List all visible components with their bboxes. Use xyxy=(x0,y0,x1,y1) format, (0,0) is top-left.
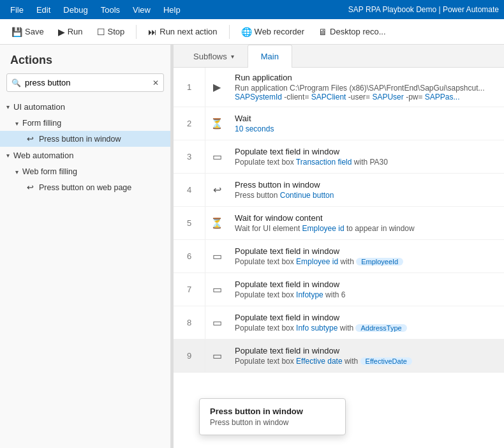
category-header-web-automation[interactable]: ▾ Web automation xyxy=(0,147,170,164)
search-icon: 🔍 xyxy=(11,78,21,87)
step-content-3: Populate text field in window Populate t… xyxy=(228,140,504,173)
subcategory-header-form-filling[interactable]: ▾ Form filling xyxy=(0,116,170,131)
step-number-9: 9 xyxy=(174,340,205,372)
menu-view[interactable]: View xyxy=(128,3,156,17)
step-number-1: 1 xyxy=(174,68,205,107)
step-number-7: 7 xyxy=(174,273,205,306)
chevron-web-form-filling: ▾ xyxy=(15,168,19,175)
menu-tools[interactable]: Tools xyxy=(96,3,125,17)
step-title-7: Populate text field in window xyxy=(235,280,498,289)
menu-bar: File Edit Debug Tools View Help SAP RPA … xyxy=(0,0,504,19)
step-title-1: Run application xyxy=(235,73,498,82)
run-icon: ▶ xyxy=(58,27,65,37)
search-input[interactable] xyxy=(6,73,164,92)
step-desc-3: Populate text box Transaction field with… xyxy=(235,158,498,167)
step-content-2: Wait 10 seconds xyxy=(228,107,504,140)
subcategory-header-web-form-filling[interactable]: ▾ Web form filling xyxy=(0,164,170,179)
tab-subflows-chevron: ▾ xyxy=(231,53,234,60)
category-ui-automation: ▾ UI automation ▾ Form filling ↩ Press b… xyxy=(0,98,170,147)
tooltip-title: Press button in window xyxy=(210,407,335,416)
action-press-button-on-web-page[interactable]: ↩ Press button on web page xyxy=(0,179,170,195)
step-icon-4: ↩ xyxy=(205,174,228,206)
step-title-8: Populate text field in window xyxy=(235,313,498,322)
toolbar-separator-2 xyxy=(229,25,230,39)
action-press-button-in-window[interactable]: ↩ Press button in window xyxy=(0,131,170,147)
step-content-7: Populate text field in window Populate t… xyxy=(228,273,504,306)
run-button[interactable]: ▶ Run xyxy=(53,24,88,40)
step-row-4[interactable]: 4 ↩ Press button in window Press button … xyxy=(174,174,504,207)
sidebar: Actions 🔍 ✕ ▾ UI automation ▾ Form filli… xyxy=(0,45,171,448)
chevron-web-automation: ▾ xyxy=(6,152,10,159)
step-icon-7: ▭ xyxy=(205,273,228,306)
menu-file[interactable]: File xyxy=(5,3,29,17)
step-row-8[interactable]: 8 ▭ Populate text field in window Popula… xyxy=(174,306,504,340)
tooltip-desc: Press button in window xyxy=(210,418,335,427)
tab-subflows-label: Subflows xyxy=(193,52,227,61)
category-label-web-automation: Web automation xyxy=(13,151,73,160)
tab-subflows[interactable]: Subflows ▾ xyxy=(180,45,248,68)
floating-tooltip: Press button in window Press button in w… xyxy=(199,398,346,435)
step-number-2: 2 xyxy=(174,107,205,140)
step-desc-4: Press button Continue button xyxy=(235,191,498,200)
action-label-press-button-in-window: Press button in window xyxy=(39,135,121,144)
step-number-4: 4 xyxy=(174,174,205,206)
sidebar-content: ▾ UI automation ▾ Form filling ↩ Press b… xyxy=(0,98,170,448)
step-row-9[interactable]: 9 ▭ Populate text field in window Popula… xyxy=(174,340,504,373)
step-row-6[interactable]: 6 ▭ Populate text field in window Popula… xyxy=(174,240,504,273)
step-content-9: Populate text field in window Populate t… xyxy=(228,340,504,372)
clear-icon[interactable]: ✕ xyxy=(152,78,159,87)
run-next-icon: ⏭ xyxy=(148,27,157,37)
category-web-automation: ▾ Web automation ▾ Web form filling ↩ Pr… xyxy=(0,147,170,195)
step-number-8: 8 xyxy=(174,306,205,339)
stop-button[interactable]: ☐ Stop xyxy=(92,24,130,40)
step-content-1: Run application Run application C:\Progr… xyxy=(228,68,504,107)
run-next-button[interactable]: ⏭ Run next action xyxy=(143,24,222,40)
step-icon-6: ▭ xyxy=(205,240,228,273)
web-recorder-button[interactable]: 🌐 Web recorder xyxy=(236,24,310,40)
step-desc-7: Populate text box Infotype with 6 xyxy=(235,290,498,299)
step-icon-8: ▭ xyxy=(205,306,228,339)
chevron-ui-automation: ▾ xyxy=(6,103,10,110)
steps-list: 1 ▶ Run application Run application C:\P… xyxy=(174,68,504,405)
step-number-5: 5 xyxy=(174,207,205,239)
step-desc-9: Populate text box Effective date with Ef… xyxy=(235,357,498,366)
step-row-7[interactable]: 7 ▭ Populate text field in window Popula… xyxy=(174,273,504,306)
step-desc-6: Populate text box Employee id with Emplo… xyxy=(235,257,498,266)
tab-main-label: Main xyxy=(261,52,279,61)
step-icon-5: ⏳ xyxy=(205,207,228,239)
search-box: 🔍 ✕ xyxy=(6,73,164,92)
menu-debug[interactable]: Debug xyxy=(58,3,93,17)
menu-help[interactable]: Help xyxy=(158,3,186,17)
step-number-3: 3 xyxy=(174,140,205,173)
action-icon-press-button: ↩ xyxy=(27,134,34,144)
step-desc-1: Run application C:\Program Files (x86)\S… xyxy=(235,84,498,101)
step-title-2: Wait xyxy=(235,114,498,123)
tabs: Subflows ▾ Main xyxy=(174,45,504,68)
web-recorder-icon: 🌐 xyxy=(241,27,252,37)
step-title-5: Wait for window content xyxy=(235,213,498,223)
step-row-5[interactable]: 5 ⏳ Wait for window content Wait for UI … xyxy=(174,207,504,240)
step-title-4: Press button in window xyxy=(235,180,498,190)
step-row-3[interactable]: 3 ▭ Populate text field in window Popula… xyxy=(174,140,504,174)
step-number-6: 6 xyxy=(174,240,205,273)
category-header-ui-automation[interactable]: ▾ UI automation xyxy=(0,98,170,116)
step-title-3: Populate text field in window xyxy=(235,147,498,156)
step-row-1[interactable]: 1 ▶ Run application Run application C:\P… xyxy=(174,68,504,107)
category-label-ui-automation: UI automation xyxy=(13,102,65,112)
menu-edit[interactable]: Edit xyxy=(31,3,56,17)
save-icon: 💾 xyxy=(11,27,22,37)
desktop-recorder-icon: 🖥 xyxy=(318,27,327,37)
step-desc-8: Populate text box Info subtype with Addr… xyxy=(235,324,498,332)
step-icon-2: ⏳ xyxy=(205,107,228,140)
step-icon-9: ▭ xyxy=(205,340,228,372)
action-label-press-button-on-web-page: Press button on web page xyxy=(39,183,131,192)
step-row-2[interactable]: 2 ⏳ Wait 10 seconds xyxy=(174,107,504,140)
step-content-8: Populate text field in window Populate t… xyxy=(228,306,504,339)
step-icon-1: ▶ xyxy=(205,68,228,107)
tab-main[interactable]: Main xyxy=(248,45,292,68)
step-title-6: Populate text field in window xyxy=(235,246,498,256)
desktop-recorder-button[interactable]: 🖥 Desktop reco... xyxy=(313,24,390,40)
content-area: Subflows ▾ Main 1 ▶ Run application Run … xyxy=(174,45,504,448)
step-content-5: Wait for window content Wait for UI elem… xyxy=(228,207,504,239)
save-button[interactable]: 💾 Save xyxy=(6,24,49,40)
